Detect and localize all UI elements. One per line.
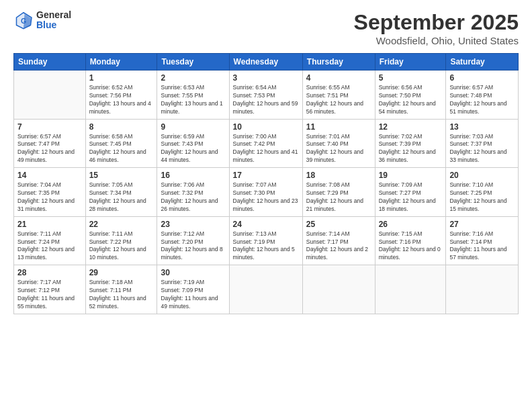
day-number: 17 [233, 171, 299, 180]
day-number: 28 [17, 268, 82, 277]
day-number: 20 [449, 171, 515, 180]
calendar-cell: 18Sunrise: 7:08 AMSunset: 7:29 PMDayligh… [302, 168, 375, 217]
day-info: Sunrise: 7:06 AMSunset: 7:32 PMDaylight:… [161, 181, 225, 214]
day-number: 3 [233, 73, 299, 83]
calendar-cell [14, 71, 86, 120]
day-info: Sunrise: 7:03 AMSunset: 7:37 PMDaylight:… [449, 133, 515, 165]
calendar-week-1: 1Sunrise: 6:52 AMSunset: 7:56 PMDaylight… [14, 71, 519, 120]
calendar-cell: 29Sunrise: 7:18 AMSunset: 7:11 PMDayligh… [85, 265, 157, 314]
day-info: Sunrise: 7:08 AMSunset: 7:29 PMDaylight:… [306, 181, 371, 214]
day-number: 23 [161, 220, 225, 229]
calendar-cell: 8Sunrise: 6:58 AMSunset: 7:45 PMDaylight… [85, 119, 157, 168]
calendar-cell: 30Sunrise: 7:19 AMSunset: 7:09 PMDayligh… [157, 265, 229, 314]
day-info: Sunrise: 7:19 AMSunset: 7:09 PMDaylight:… [161, 279, 225, 311]
day-info: Sunrise: 6:56 AMSunset: 7:50 PMDaylight:… [379, 84, 443, 116]
calendar-cell: 20Sunrise: 7:10 AMSunset: 7:25 PMDayligh… [446, 168, 519, 217]
calendar-header-friday: Friday [375, 54, 446, 71]
day-number: 1 [89, 73, 154, 83]
calendar-cell: 19Sunrise: 7:09 AMSunset: 7:27 PMDayligh… [375, 168, 446, 217]
day-info: Sunrise: 7:16 AMSunset: 7:14 PMDaylight:… [449, 230, 515, 263]
day-info: Sunrise: 6:55 AMSunset: 7:51 PMDaylight:… [306, 84, 371, 116]
day-info: Sunrise: 7:01 AMSunset: 7:40 PMDaylight:… [306, 133, 371, 165]
calendar-cell [446, 265, 519, 314]
calendar-cell: 2Sunrise: 6:53 AMSunset: 7:55 PMDaylight… [157, 71, 229, 120]
day-info: Sunrise: 6:59 AMSunset: 7:43 PMDaylight:… [161, 133, 225, 165]
calendar-cell: 23Sunrise: 7:12 AMSunset: 7:20 PMDayligh… [157, 216, 229, 265]
calendar-cell: 15Sunrise: 7:05 AMSunset: 7:34 PMDayligh… [85, 168, 157, 217]
day-info: Sunrise: 7:10 AMSunset: 7:25 PMDaylight:… [449, 181, 515, 214]
calendar-cell: 13Sunrise: 7:03 AMSunset: 7:37 PMDayligh… [446, 119, 519, 168]
day-number: 8 [89, 122, 154, 132]
day-number: 5 [379, 73, 443, 83]
day-number: 16 [161, 171, 225, 180]
day-number: 18 [306, 171, 371, 180]
day-info: Sunrise: 7:11 AMSunset: 7:22 PMDaylight:… [89, 230, 154, 263]
calendar-cell: 7Sunrise: 6:57 AMSunset: 7:47 PMDaylight… [14, 119, 86, 168]
calendar-cell: 6Sunrise: 6:57 AMSunset: 7:48 PMDaylight… [446, 71, 519, 120]
day-number: 22 [89, 220, 154, 229]
day-number: 10 [233, 122, 299, 132]
day-info: Sunrise: 7:14 AMSunset: 7:17 PMDaylight:… [306, 230, 371, 263]
calendar-cell: 10Sunrise: 7:00 AMSunset: 7:42 PMDayligh… [229, 119, 302, 168]
calendar-cell: 24Sunrise: 7:13 AMSunset: 7:19 PMDayligh… [229, 216, 302, 265]
day-number: 21 [17, 220, 82, 229]
day-number: 11 [306, 122, 371, 132]
calendar-cell: 9Sunrise: 6:59 AMSunset: 7:43 PMDaylight… [157, 119, 229, 168]
subtitle: Woodsfield, Ohio, United States [354, 35, 519, 46]
day-info: Sunrise: 7:17 AMSunset: 7:12 PMDaylight:… [17, 279, 82, 311]
calendar-cell: 4Sunrise: 6:55 AMSunset: 7:51 PMDaylight… [302, 71, 375, 120]
day-number: 25 [306, 220, 371, 229]
calendar-header-saturday: Saturday [446, 54, 519, 71]
header: G General Blue September 2025 Woodsfield… [13, 10, 519, 46]
day-info: Sunrise: 7:18 AMSunset: 7:11 PMDaylight:… [89, 279, 154, 311]
day-number: 13 [449, 122, 515, 132]
calendar-cell: 1Sunrise: 6:52 AMSunset: 7:56 PMDaylight… [85, 71, 157, 120]
day-number: 19 [379, 171, 443, 180]
calendar-cell: 26Sunrise: 7:15 AMSunset: 7:16 PMDayligh… [375, 216, 446, 265]
day-info: Sunrise: 6:57 AMSunset: 7:47 PMDaylight:… [17, 133, 82, 165]
logo-text-blue: Blue [36, 20, 71, 30]
calendar-cell [375, 265, 446, 314]
page: G General Blue September 2025 Woodsfield… [0, 0, 532, 411]
day-number: 26 [379, 220, 443, 229]
day-info: Sunrise: 7:09 AMSunset: 7:27 PMDaylight:… [379, 181, 443, 214]
calendar-week-5: 28Sunrise: 7:17 AMSunset: 7:12 PMDayligh… [14, 265, 519, 314]
logo: G General Blue [13, 10, 71, 31]
day-number: 6 [449, 73, 515, 83]
day-info: Sunrise: 6:52 AMSunset: 7:56 PMDaylight:… [89, 84, 154, 116]
calendar-cell: 27Sunrise: 7:16 AMSunset: 7:14 PMDayligh… [446, 216, 519, 265]
calendar-cell: 25Sunrise: 7:14 AMSunset: 7:17 PMDayligh… [302, 216, 375, 265]
calendar-cell [302, 265, 375, 314]
day-number: 29 [89, 268, 154, 277]
calendar-header-sunday: Sunday [14, 54, 86, 71]
day-info: Sunrise: 7:12 AMSunset: 7:20 PMDaylight:… [161, 230, 225, 263]
calendar-header-monday: Monday [85, 54, 157, 71]
day-info: Sunrise: 6:53 AMSunset: 7:55 PMDaylight:… [161, 84, 225, 116]
day-info: Sunrise: 7:11 AMSunset: 7:24 PMDaylight:… [17, 230, 82, 263]
day-number: 9 [161, 122, 225, 132]
title-section: September 2025 Woodsfield, Ohio, United … [354, 10, 519, 46]
calendar-cell: 3Sunrise: 6:54 AMSunset: 7:53 PMDaylight… [229, 71, 302, 120]
calendar-cell: 17Sunrise: 7:07 AMSunset: 7:30 PMDayligh… [229, 168, 302, 217]
day-number: 27 [449, 220, 515, 229]
calendar-cell: 21Sunrise: 7:11 AMSunset: 7:24 PMDayligh… [14, 216, 86, 265]
day-number: 24 [233, 220, 299, 229]
main-title: September 2025 [354, 10, 519, 35]
calendar-cell: 22Sunrise: 7:11 AMSunset: 7:22 PMDayligh… [85, 216, 157, 265]
day-number: 2 [161, 73, 225, 83]
day-info: Sunrise: 7:13 AMSunset: 7:19 PMDaylight:… [233, 230, 299, 263]
day-number: 7 [17, 122, 82, 132]
svg-text:G: G [21, 17, 26, 25]
day-info: Sunrise: 7:00 AMSunset: 7:42 PMDaylight:… [233, 133, 299, 165]
day-info: Sunrise: 6:58 AMSunset: 7:45 PMDaylight:… [89, 133, 154, 165]
calendar-cell: 14Sunrise: 7:04 AMSunset: 7:35 PMDayligh… [14, 168, 86, 217]
calendar-cell: 5Sunrise: 6:56 AMSunset: 7:50 PMDaylight… [375, 71, 446, 120]
calendar-cell [229, 265, 302, 314]
day-number: 4 [306, 73, 371, 83]
day-info: Sunrise: 7:02 AMSunset: 7:39 PMDaylight:… [379, 133, 443, 165]
calendar-header-wednesday: Wednesday [229, 54, 302, 71]
day-number: 15 [89, 171, 154, 180]
calendar-table: SundayMondayTuesdayWednesdayThursdayFrid… [13, 53, 519, 314]
day-info: Sunrise: 7:04 AMSunset: 7:35 PMDaylight:… [17, 181, 82, 214]
calendar-cell: 11Sunrise: 7:01 AMSunset: 7:40 PMDayligh… [302, 119, 375, 168]
